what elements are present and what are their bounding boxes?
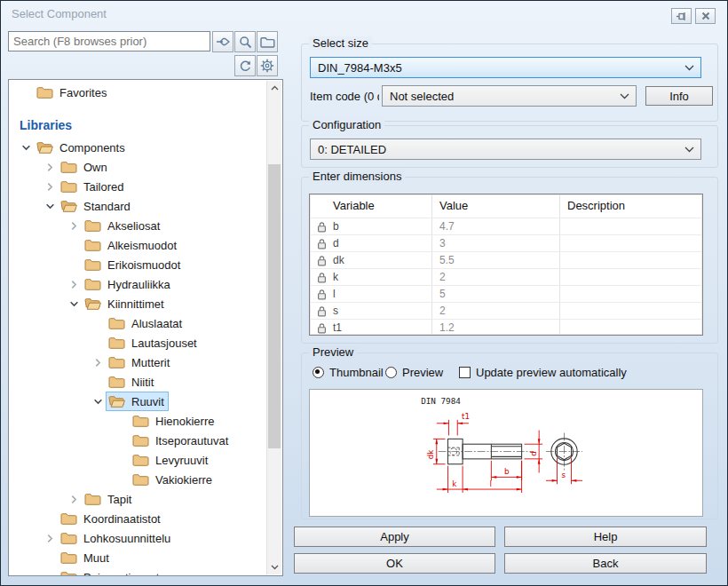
tree-item-favorites[interactable]: Favorites — [9, 83, 267, 102]
tree-item-content[interactable]: Paineastiaosat — [58, 567, 163, 575]
tree-item-niitit[interactable]: Niitit — [9, 372, 267, 392]
tree-item-content[interactable]: Levyruuvit — [130, 450, 212, 470]
dimension-row-k[interactable]: k2 — [310, 268, 702, 285]
value-cell[interactable]: 5 — [432, 286, 560, 302]
tree-item-koordinaatistot[interactable]: Koordinaatistot — [9, 509, 267, 528]
titlebar[interactable]: Select Component — [1, 1, 727, 26]
value-cell[interactable]: 3 — [432, 235, 560, 251]
back-button[interactable]: Back — [504, 553, 707, 574]
tree-item-content[interactable]: Kiinnittimet — [82, 294, 169, 313]
tree-item-paineastiaosat[interactable]: Paineastiaosat — [9, 567, 267, 575]
tree-item-content[interactable]: Akseliosat — [82, 216, 164, 235]
go-search-button[interactable] — [212, 31, 233, 52]
tree-item-content[interactable]: Koordinaatistot — [58, 509, 165, 528]
tree-item-erikoismuodot[interactable]: Erikoismuodot — [9, 255, 267, 274]
scroll-down-button[interactable] — [267, 560, 281, 574]
tree-item-content[interactable]: Mutterit — [106, 352, 174, 372]
tree-item-components[interactable]: Components — [9, 138, 267, 157]
tree-item-content[interactable]: Itseporautuvat — [130, 431, 233, 450]
folder-icon — [84, 219, 101, 232]
close-button[interactable] — [695, 8, 716, 24]
value-cell[interactable]: 2 — [432, 303, 560, 319]
info-button[interactable]: Info — [645, 86, 713, 106]
tree-item-akseliosat[interactable]: Akseliosat — [9, 216, 267, 235]
tree-item-hienokierre[interactable]: Hienokierre — [9, 411, 267, 431]
tree-scrollbar[interactable] — [266, 81, 281, 574]
tree-item-kiinnittimet[interactable]: Kiinnittimet — [9, 294, 267, 313]
update-preview-checkbox[interactable]: Update preview automatically — [459, 366, 627, 379]
dimensions-table[interactable]: Variable Value Description b4.7d3dk5.5k2… — [309, 194, 703, 336]
dimension-row-s[interactable]: s2 — [310, 302, 702, 319]
tree-item-content[interactable]: Aluslaatat — [106, 313, 186, 333]
tree-expander[interactable] — [42, 201, 58, 211]
tree-item-content[interactable]: Components — [34, 138, 130, 157]
tree-item-mutterit[interactable]: Mutterit — [9, 352, 267, 372]
tree-item-content[interactable]: Hydrauliikka — [82, 274, 175, 294]
scrollbar-thumb[interactable] — [268, 164, 281, 448]
search-button[interactable] — [234, 31, 256, 52]
tree-item-muut[interactable]: Muut — [9, 548, 267, 567]
tree-expander[interactable] — [90, 396, 106, 407]
help-button[interactable]: Help — [504, 527, 707, 547]
value-cell[interactable]: 2 — [432, 269, 560, 285]
ok-button[interactable]: OK — [294, 553, 495, 574]
browse-folder-button[interactable] — [257, 31, 278, 52]
tree-item-lautasjouset[interactable]: Lautasjouset — [9, 333, 267, 352]
tree-item-content[interactable]: Favorites — [34, 83, 111, 102]
scroll-up-button[interactable] — [267, 81, 281, 95]
tree-expander[interactable] — [90, 357, 106, 368]
tree-item-vakiokierre[interactable]: Vakiokierre — [9, 470, 267, 489]
thumbnail-radio[interactable]: Thumbnail — [313, 366, 384, 379]
search-input[interactable] — [8, 31, 210, 51]
tree-item-tapit[interactable]: Tapit — [9, 489, 267, 509]
refresh-button[interactable] — [234, 55, 256, 76]
apply-button[interactable]: Apply — [294, 527, 495, 547]
preview-radio[interactable]: Preview — [385, 366, 443, 379]
tree-item-content[interactable]: Own — [58, 157, 112, 177]
tree-item-content[interactable]: Vakiokierre — [130, 470, 217, 489]
size-combobox[interactable]: DIN_7984-M3x5 — [310, 57, 701, 78]
tree-item-content[interactable]: Lautasjouset — [106, 333, 202, 352]
tree-item-own[interactable]: Own — [9, 157, 267, 177]
tree-item-hydrauliikka[interactable]: Hydrauliikka — [9, 274, 267, 294]
tree-item-ruuvit[interactable]: Ruuvit — [9, 392, 267, 411]
tree-item-content[interactable]: Tailored — [58, 177, 129, 196]
tree-item-content[interactable]: Alkeismuodot — [82, 235, 181, 255]
tree-item-tailored[interactable]: Tailored — [9, 177, 267, 196]
value-cell[interactable]: 4.7 — [432, 218, 560, 234]
tree-item-content[interactable]: Hienokierre — [130, 411, 218, 431]
tree-item-content[interactable]: Muut — [58, 548, 114, 567]
tree-item-content[interactable]: Niitit — [106, 372, 158, 392]
tree-item-content[interactable]: Standard — [58, 196, 135, 216]
tree-item-content[interactable]: Tapit — [82, 489, 136, 509]
tree-expander[interactable] — [18, 142, 34, 153]
value-cell[interactable]: 1.2 — [432, 320, 560, 336]
configuration-combobox[interactable]: 0: DETAILED — [310, 139, 701, 160]
tree-item-content[interactable]: Lohkosuunnittelu — [58, 528, 175, 548]
tree-expander[interactable] — [66, 279, 82, 289]
value-cell[interactable]: 5.5 — [432, 252, 560, 268]
pin-button[interactable] — [671, 8, 692, 24]
tree-expander[interactable] — [66, 494, 82, 504]
tree-item-standard[interactable]: Standard — [9, 196, 267, 216]
tree-expander[interactable] — [42, 162, 58, 172]
dimension-row-t1[interactable]: t11.2 — [310, 319, 702, 336]
tree-expander[interactable] — [66, 298, 82, 309]
dimension-row-l[interactable]: l5 — [310, 285, 702, 302]
item-code-combobox[interactable]: Not selected — [382, 85, 637, 107]
tree-item-aluslaatat[interactable]: Aluslaatat — [9, 313, 267, 333]
dimension-row-dk[interactable]: dk5.5 — [310, 251, 702, 268]
configuration-value: 0: DETAILED — [318, 143, 386, 156]
tree-item-itseporautuvat[interactable]: Itseporautuvat — [9, 431, 267, 450]
tree-item-content[interactable]: Erikoismuodot — [82, 255, 185, 274]
settings-button[interactable] — [257, 55, 278, 76]
tree-item-lohkosuunnittelu[interactable]: Lohkosuunnittelu — [9, 528, 267, 548]
tree-expander[interactable] — [42, 181, 58, 192]
dimension-row-d[interactable]: d3 — [310, 234, 702, 251]
tree-item-levyruuvit[interactable]: Levyruuvit — [9, 450, 267, 470]
dimension-row-b[interactable]: b4.7 — [310, 218, 702, 234]
tree-item-alkeismuodot[interactable]: Alkeismuodot — [9, 235, 267, 255]
tree-expander[interactable] — [42, 533, 58, 543]
tree-selection[interactable]: Ruuvit — [106, 392, 169, 411]
tree-expander[interactable] — [66, 220, 82, 231]
